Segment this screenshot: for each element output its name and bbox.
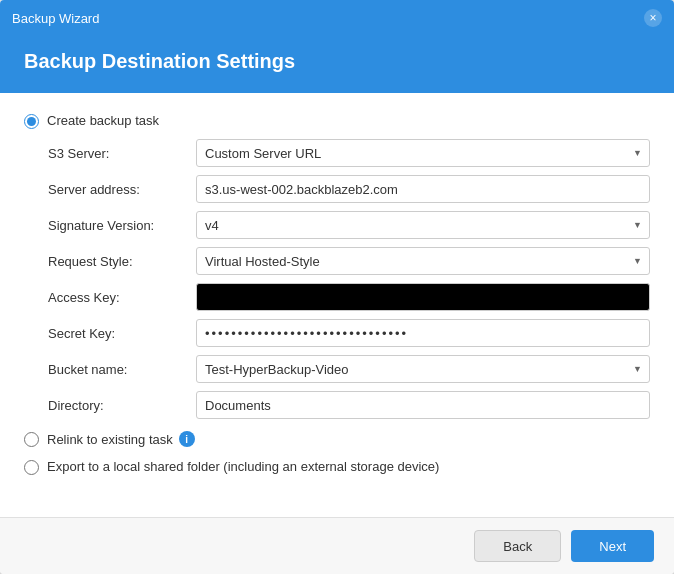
main-content: Create backup task S3 Server: Custom Ser… — [0, 93, 674, 517]
signature-version-label: Signature Version: — [48, 211, 188, 239]
relink-info-icon: i — [179, 431, 195, 447]
export-option[interactable]: Export to a local shared folder (includi… — [24, 459, 650, 475]
backup-wizard-window: Backup Wizard × Backup Destination Setti… — [0, 0, 674, 574]
back-button[interactable]: Back — [474, 530, 561, 562]
signature-version-control: v4 v2 — [196, 211, 650, 239]
bucket-name-wrapper: Test-HyperBackup-Video — [196, 355, 650, 383]
access-key-input[interactable] — [196, 283, 650, 311]
create-backup-label[interactable]: Create backup task — [24, 113, 650, 129]
bucket-name-control: Test-HyperBackup-Video — [196, 355, 650, 383]
s3-server-wrapper: Custom Server URL Amazon S3 Wasabi — [196, 139, 650, 167]
signature-version-select[interactable]: v4 v2 — [196, 211, 650, 239]
secret-key-control — [196, 319, 650, 347]
relink-label: Relink to existing task i — [47, 431, 195, 447]
bucket-name-label: Bucket name: — [48, 355, 188, 383]
next-button[interactable]: Next — [571, 530, 654, 562]
footer: Back Next — [0, 517, 674, 574]
relink-text: Relink to existing task — [47, 432, 173, 447]
create-backup-text: Create backup task — [47, 113, 159, 128]
request-style-control: Virtual Hosted-Style Path-Style — [196, 247, 650, 275]
page-title: Backup Destination Settings — [24, 50, 650, 73]
directory-label: Directory: — [48, 391, 188, 419]
signature-version-wrapper: v4 v2 — [196, 211, 650, 239]
secret-key-label: Secret Key: — [48, 319, 188, 347]
export-text: Export to a local shared folder (includi… — [47, 459, 439, 474]
relink-radio[interactable] — [24, 432, 39, 447]
server-address-label: Server address: — [48, 175, 188, 203]
directory-control — [196, 391, 650, 419]
access-key-control — [196, 283, 650, 311]
s3-server-control: Custom Server URL Amazon S3 Wasabi — [196, 139, 650, 167]
request-style-select[interactable]: Virtual Hosted-Style Path-Style — [196, 247, 650, 275]
secret-key-input[interactable] — [196, 319, 650, 347]
request-style-wrapper: Virtual Hosted-Style Path-Style — [196, 247, 650, 275]
directory-input[interactable] — [196, 391, 650, 419]
header: Backup Destination Settings — [0, 36, 674, 93]
s3-server-label: S3 Server: — [48, 139, 188, 167]
create-backup-option: Create backup task S3 Server: Custom Ser… — [24, 113, 650, 419]
bucket-name-select[interactable]: Test-HyperBackup-Video — [196, 355, 650, 383]
relink-option[interactable]: Relink to existing task i — [24, 431, 650, 447]
export-radio[interactable] — [24, 460, 39, 475]
s3-server-select[interactable]: Custom Server URL Amazon S3 Wasabi — [196, 139, 650, 167]
access-key-label: Access Key: — [48, 283, 188, 311]
server-address-input[interactable] — [196, 175, 650, 203]
radio-group: Create backup task S3 Server: Custom Ser… — [24, 113, 650, 475]
title-bar: Backup Wizard × — [0, 0, 674, 36]
request-style-label: Request Style: — [48, 247, 188, 275]
server-address-control — [196, 175, 650, 203]
close-button[interactable]: × — [644, 9, 662, 27]
backup-form-grid: S3 Server: Custom Server URL Amazon S3 W… — [48, 139, 650, 419]
window-title: Backup Wizard — [12, 11, 99, 26]
create-backup-radio[interactable] — [24, 114, 39, 129]
